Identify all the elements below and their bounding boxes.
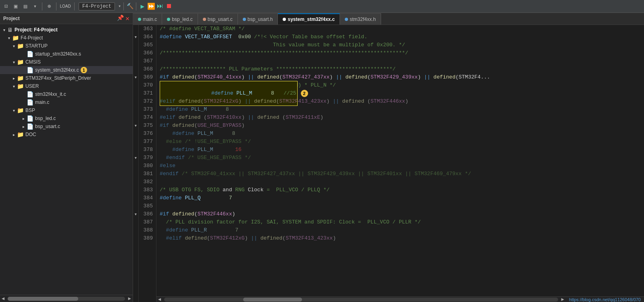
code-364-num: 0x00 — [238, 33, 251, 41]
toolbar-stop[interactable]: ⏹ — [165, 2, 173, 11]
code-line-368: /******************** PLL Parameters ***… — [160, 65, 644, 73]
tree-item-bsp[interactable]: ▾ 📁 BSP — [0, 106, 133, 114]
code-378-mac: PLL_M — [198, 146, 213, 154]
toolbar-icon-3[interactable]: ▤ — [21, 2, 30, 11]
tree-item-user[interactable]: ▾ 📁 USER — [0, 82, 133, 90]
editor-area: main.c bsp_led.c bsp_usart.c bsp_usart.h… — [133, 13, 644, 302]
sidebar-scrollbar[interactable] — [8, 297, 125, 301]
toolbar-icon-4[interactable]: ⊛ — [45, 2, 54, 11]
tree-item-bsp-led[interactable]: ▸ 📄 bsp_led.c — [0, 114, 133, 122]
tab-system-stm32[interactable]: system_stm32f4xx.c — [278, 13, 340, 25]
gutter-365 — [133, 41, 138, 49]
tab-bsp-usart-h[interactable]: bsp_usart.h — [238, 13, 278, 25]
linenum-379: 379 — [139, 154, 153, 162]
code-378-num: 16 — [235, 146, 242, 154]
fold-364[interactable]: ▾ — [134, 34, 138, 40]
tree-arrow-bsp: ▾ — [11, 108, 16, 113]
scroll-right-h[interactable]: ▶ — [560, 296, 566, 302]
toolbar-dropdown[interactable]: ▾ — [31, 2, 40, 11]
code-384-mac: PLL_Q — [185, 194, 200, 202]
tree-item-main[interactable]: 📄 main.c — [0, 98, 133, 106]
code-line-373: #define PLL_M 8 — [160, 105, 644, 114]
code-line-377: #else /* !USE_HSE_BYPASS */ — [160, 138, 644, 146]
tree-item-doc[interactable]: ▸ 📁 DOC — [0, 130, 133, 139]
tree-item-it[interactable]: 📄 stm32f4xx_it.c — [0, 90, 133, 98]
project-tree: ▾ 🖥 Project: F4-Project ▾ 📁 F4-Project ▾… — [0, 24, 133, 295]
code-372-kw: #elif — [160, 97, 179, 105]
fold-369[interactable]: ▾ — [134, 74, 138, 81]
sidebar-close-icon[interactable]: ✕ — [125, 14, 129, 23]
code-371-sp2 — [274, 90, 283, 96]
toolbar-icon-load[interactable]: LOAD — [59, 2, 72, 11]
code-386-kw: #if — [160, 210, 172, 218]
toolbar-icon-2[interactable]: ▣ — [11, 2, 20, 11]
tree-label-f4proj: F4-Project — [21, 35, 43, 41]
linenum-372: 372 — [139, 97, 153, 105]
code-rows[interactable]: /* #define VECT_TAB_SRAM */ #define VECT… — [156, 25, 644, 296]
code-374-p1: ( — [204, 114, 207, 122]
toolbar-stepover[interactable]: ⏭ — [156, 2, 165, 11]
tree-label-system: system_stm32f4xx.c — [35, 67, 79, 73]
toolbar-dropdown-arrow[interactable]: ▾ — [118, 3, 121, 9]
code-374-kw: #elif — [160, 114, 179, 122]
tab-bsp-usart-c[interactable]: bsp_usart.c — [198, 13, 238, 25]
code-388-kw: #define — [166, 226, 191, 234]
fold-375[interactable]: ▾ — [134, 122, 138, 129]
code-369-sp3 — [430, 73, 434, 81]
tree-item-root[interactable]: ▾ 🖥 Project: F4-Project — [0, 26, 133, 34]
code-378-kw: #define — [172, 146, 197, 154]
tab-label-bsp-usart-h: bsp_usart.h — [248, 17, 273, 22]
gutter-369[interactable]: ▾ — [133, 73, 138, 81]
tab-label-system: system_stm32f4xx.c — [288, 17, 335, 22]
code-369-def3: defined — [345, 73, 367, 81]
project-label[interactable]: F4-Project — [79, 2, 115, 10]
fold-386[interactable]: ▾ — [134, 211, 138, 217]
gutter-371 — [133, 89, 138, 97]
toolbar-icon-5[interactable]: 🔨 — [125, 2, 134, 11]
tab-label-bsp-usart-c: bsp_usart.c — [208, 17, 233, 22]
tab-dot-bsp-usart-h — [243, 18, 246, 21]
h-scroll-track[interactable] — [164, 298, 558, 302]
scroll-left-h[interactable]: ◀ — [156, 296, 163, 302]
tab-bsp-led[interactable]: bsp_led.c — [162, 13, 198, 25]
code-389-indent — [160, 234, 166, 242]
tree-item-f4proj[interactable]: ▾ 📁 F4-Project — [0, 34, 133, 42]
toolbar-step[interactable]: ⏩ — [147, 2, 156, 11]
tree-item-bsp-usart[interactable]: ▸ 📄 bsp_usart.c — [0, 122, 133, 130]
code-386-mac: STM32F446xx — [198, 210, 232, 218]
code-369-sp2 — [342, 73, 346, 81]
scroll-left-arrow[interactable]: ◀ — [0, 296, 6, 302]
toolbar-run-green[interactable]: ▶ — [138, 2, 147, 11]
tree-label-bsp: BSP — [25, 108, 35, 113]
tree-item-startup[interactable]: ▾ 📁 STARTUP — [0, 42, 133, 50]
gutter-383 — [133, 186, 138, 194]
gutter-386[interactable]: ▾ — [133, 210, 138, 218]
toolbar-icon-1[interactable]: ⊡ — [2, 2, 10, 11]
gutter-364[interactable]: ▾ — [133, 33, 138, 41]
code-375-cp: ) — [242, 122, 245, 130]
code-379-cm: /* USE_HSE_BYPASS */ — [188, 154, 251, 162]
code-372-def2: defined — [254, 97, 276, 105]
gutter-379[interactable]: ▾ — [133, 154, 138, 162]
tab-dot-bsp-usart-c — [203, 18, 206, 21]
tree-item-system[interactable]: 📄 system_stm32f4xx.c 1 — [0, 66, 133, 74]
system-badge: 1 — [81, 67, 87, 73]
tab-stm32f4xx-h[interactable]: stm32f4xx.h — [340, 13, 381, 25]
tree-arrow-bsp-usart: ▸ — [21, 124, 26, 129]
tree-item-startup-file[interactable]: 📄 startup_stm32f40xx.s — [0, 50, 133, 58]
code-383-and: and — [223, 186, 232, 194]
fold-379[interactable]: ▾ — [134, 155, 138, 161]
linenum-386: 386 — [139, 210, 153, 218]
linenum-378: 378 — [139, 146, 153, 154]
tab-dot-main — [138, 18, 141, 21]
tree-item-cmsis[interactable]: ▾ 📁 CMSIS — [0, 58, 133, 66]
sidebar-pin-icon[interactable]: 📌 — [117, 14, 124, 23]
scroll-right-arrow[interactable]: ▶ — [127, 296, 133, 302]
code-383-clock: Clock — [248, 186, 263, 194]
toolbar: ⊡ ▣ ▤ ▾ ⊛ LOAD F4-Project ▾ 🔨 ▶ ⏩ ⏭ ⏹ — [0, 0, 644, 13]
gutter-375[interactable]: ▾ — [133, 122, 138, 130]
tab-main-c[interactable]: main.c — [133, 13, 162, 25]
main-layout: Project 📌 ✕ ▾ 🖥 Project: F4-Project ▾ 📁 … — [0, 13, 644, 302]
tree-item-stdperiph[interactable]: ▸ 📁 STM32F4xx_StdPeriph_Driver — [0, 74, 133, 82]
code-376-sp — [213, 130, 232, 138]
